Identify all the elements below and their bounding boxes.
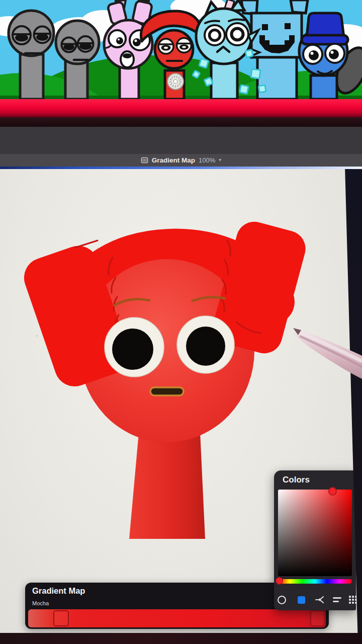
gradient-stop-handle-right[interactable]	[310, 610, 325, 626]
procreate-toolbar: Gallery S	[0, 127, 362, 154]
banner-illustration	[0, 0, 362, 99]
canvas-speck	[36, 335, 38, 337]
hue-knob[interactable]	[276, 577, 283, 585]
classic-icon	[298, 596, 305, 604]
saturation-knob[interactable]	[328, 487, 337, 496]
tab-disc[interactable]	[276, 594, 287, 605]
colors-panel-title: Colors	[283, 475, 310, 485]
photo-dark-gap	[0, 117, 362, 127]
value-icon	[333, 597, 341, 602]
tab-classic[interactable]	[296, 594, 307, 605]
tab-palettes[interactable]	[347, 594, 358, 605]
gradient-bar[interactable]	[28, 609, 326, 627]
device-bottom-bezel	[0, 633, 362, 644]
palettes-icon	[349, 596, 357, 604]
red-divider-stripe	[0, 99, 362, 117]
harmony-icon	[314, 594, 325, 605]
gradient-map-icon	[141, 157, 148, 164]
preset-name: Mocha	[32, 600, 49, 606]
hue-slider[interactable]	[278, 579, 352, 584]
adjustment-opacity: 100%	[199, 156, 215, 164]
gradient-stop-handle-left[interactable]	[53, 610, 69, 626]
colors-panel: Colors	[274, 470, 356, 610]
adjustment-name: Gradient Map	[152, 156, 195, 164]
tab-value[interactable]	[331, 594, 342, 605]
panel-title: Gradient Map	[32, 586, 85, 596]
app-screen: Gallery S	[0, 0, 362, 644]
adjustment-status-bar[interactable]: Gradient Map 100% ▾	[0, 154, 362, 167]
tab-harmony[interactable]	[314, 594, 325, 605]
chevron-down-icon: ▾	[219, 157, 221, 163]
color-mode-tabs	[274, 593, 356, 607]
saturation-square[interactable]	[278, 490, 352, 576]
disc-icon	[278, 596, 286, 604]
